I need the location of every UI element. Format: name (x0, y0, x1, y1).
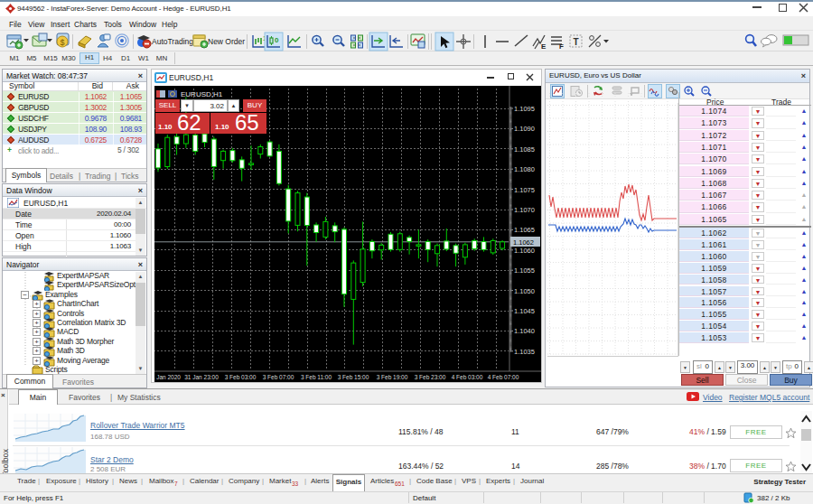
svg-text:1.1090: 1.1090 (514, 125, 535, 133)
svg-text:1.1040: 1.1040 (514, 327, 535, 335)
svg-text:$: $ (60, 38, 64, 47)
svg-text:31 Jan 23:00: 31 Jan 23:00 (184, 374, 219, 380)
svg-text:1.1050: 1.1050 (514, 287, 535, 295)
svg-text:1.1080: 1.1080 (514, 165, 535, 173)
svg-text:1.1035: 1.1035 (514, 348, 535, 356)
svg-text:F: F (559, 42, 564, 51)
svg-text:1.1075: 1.1075 (514, 186, 535, 194)
svg-text:3 Feb 15:00: 3 Feb 15:00 (338, 374, 369, 380)
svg-text:1.1065: 1.1065 (514, 226, 535, 234)
svg-text:1.1045: 1.1045 (514, 307, 535, 315)
svg-text:EURUSD,H1: EURUSD,H1 (181, 90, 223, 98)
svg-text:E: E (541, 42, 547, 51)
svg-text:4 Feb 03:00: 4 Feb 03:00 (452, 374, 483, 380)
svg-text:4 Feb 07:00: 4 Feb 07:00 (488, 374, 519, 380)
svg-text:0: 0 (275, 36, 279, 44)
svg-text:T: T (573, 37, 578, 47)
svg-text:1.1062: 1.1062 (513, 238, 534, 247)
svg-text:1.1085: 1.1085 (514, 145, 535, 154)
svg-text:1.1055: 1.1055 (514, 266, 535, 275)
svg-text:1.1095: 1.1095 (514, 105, 535, 113)
svg-text:1.1060: 1.1060 (514, 247, 535, 255)
svg-text:31 Jan 2020: 31 Jan 2020 (154, 374, 181, 380)
svg-text:3 Feb 23:00: 3 Feb 23:00 (415, 374, 446, 380)
svg-text:3 Feb 19:00: 3 Feb 19:00 (377, 374, 408, 380)
svg-text:1.1070: 1.1070 (514, 206, 535, 214)
svg-text:AutoTrading: AutoTrading (152, 37, 193, 46)
svg-text:3 Feb 03:00: 3 Feb 03:00 (225, 374, 257, 380)
svg-text:3 Feb 11:00: 3 Feb 11:00 (301, 374, 332, 380)
svg-text:3 Feb 07:00: 3 Feb 07:00 (263, 374, 294, 380)
svg-text:New Order: New Order (208, 37, 245, 46)
